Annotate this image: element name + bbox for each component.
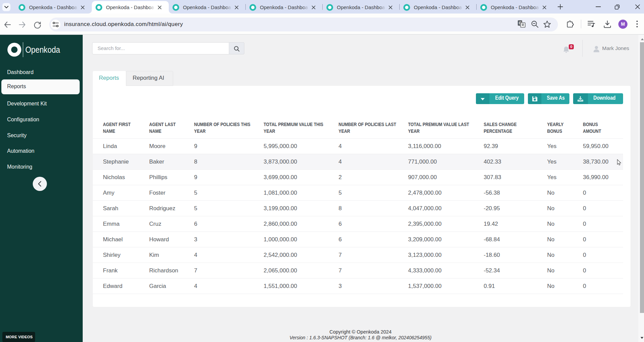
svg-text:Openkoda: Openkoda <box>25 45 60 54</box>
